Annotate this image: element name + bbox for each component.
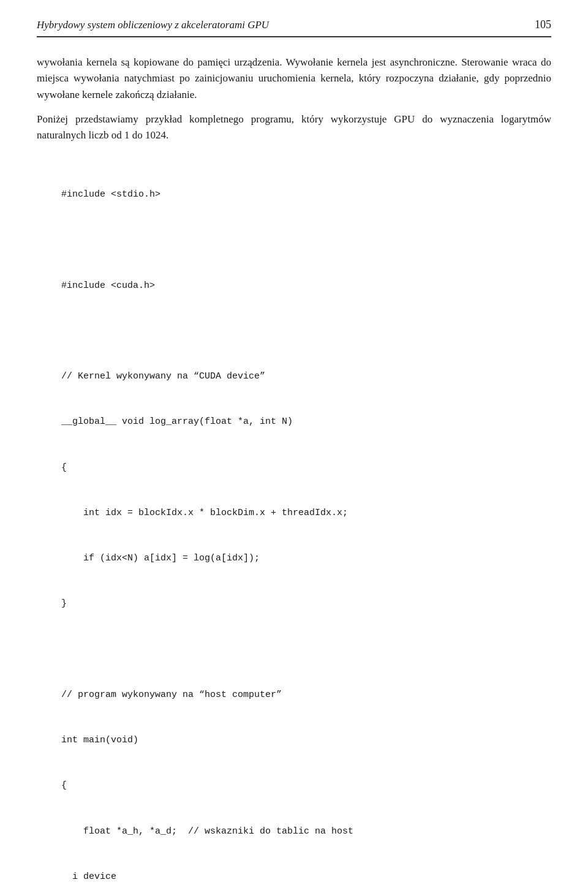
paragraph-1: wywołania kernela są kopiowane do pamięc… bbox=[37, 55, 551, 103]
code-line-5: // Kernel wykonywany na “CUDA device” bbox=[61, 369, 551, 385]
code-line-10: } bbox=[61, 597, 551, 612]
body-text-block: wywołania kernela są kopiowane do pamięc… bbox=[37, 55, 551, 144]
code-line-7: { bbox=[61, 461, 551, 476]
code-line-9: if (idx<N) a[idx] = log(a[idx]); bbox=[61, 551, 551, 567]
code-line-4 bbox=[61, 324, 551, 339]
paragraph-2: Poniżej przedstawiamy przykład kompletne… bbox=[37, 111, 551, 144]
code-line-15: float *a_h, *a_d; // wskazniki do tablic… bbox=[61, 824, 551, 840]
page-number: 105 bbox=[522, 18, 551, 31]
code-line-6: __global__ void log_array(float *a, int … bbox=[61, 415, 551, 430]
code-line-3: #include <cuda.h> bbox=[61, 279, 551, 294]
chapter-title: Hybrydowy system obliczeniowy z akcelera… bbox=[37, 19, 522, 31]
code-line-16: i device bbox=[61, 870, 551, 885]
code-line-8: int idx = blockIdx.x * blockDim.x + thre… bbox=[61, 506, 551, 521]
code-line-11 bbox=[61, 642, 551, 658]
page-header: Hybrydowy system obliczeniowy z akcelera… bbox=[37, 18, 551, 37]
code-block: #include <stdio.h> #include <cuda.h> // … bbox=[61, 157, 551, 885]
code-line-1: #include <stdio.h> bbox=[61, 187, 551, 203]
code-line-2 bbox=[61, 233, 551, 248]
code-line-12: // program wykonywany na “host computer” bbox=[61, 688, 551, 703]
code-line-14: { bbox=[61, 778, 551, 794]
code-line-13: int main(void) bbox=[61, 733, 551, 748]
page: Hybrydowy system obliczeniowy z akcelera… bbox=[0, 0, 588, 885]
